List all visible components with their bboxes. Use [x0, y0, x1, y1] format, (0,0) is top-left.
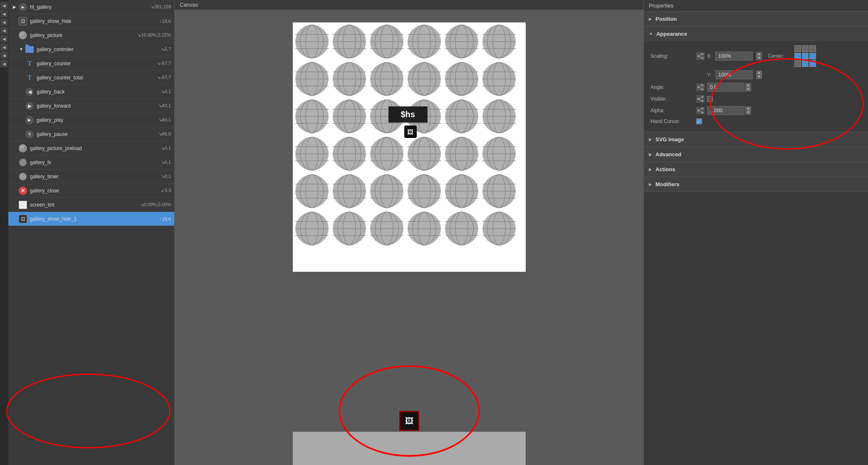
modifiers-section-header[interactable]: ▶ Modifiers [644, 177, 868, 192]
globe-cell [369, 211, 406, 248]
layer-gallery-close[interactable]: ✕ gallery_close ↙3,3 [8, 184, 174, 198]
layer-icon-timer [18, 172, 27, 181]
layer-gallery-picture-preload[interactable]: gallery_picture_preload ↘0,1 [8, 141, 174, 155]
globe-cell [369, 24, 406, 61]
layer-name: gallery_play [37, 117, 157, 123]
center-cell-5[interactable] [802, 53, 809, 59]
svg-line-230 [699, 99, 702, 101]
hand-cursor-checkbox[interactable]: ✓ [696, 118, 702, 124]
scaling-x-input[interactable] [715, 52, 753, 61]
alpha-share-icon[interactable] [696, 107, 705, 114]
section-advanced: ▶ Advanced [644, 147, 868, 162]
layer-icon-x: ✕ [18, 186, 27, 195]
scaling-y-input[interactable] [715, 70, 753, 79]
layer-gallery-counter-total[interactable]: T gallery_counter_total ↘-67,7 [8, 71, 174, 85]
center-cell-1[interactable] [794, 45, 801, 52]
properties-header: Properties [644, 0, 868, 12]
layer-name: ht_gallery [30, 4, 149, 10]
center-cell-2[interactable] [802, 45, 809, 52]
globe-cell [332, 211, 368, 248]
layer-icon-image2: 🖼 [18, 214, 27, 224]
side-icon-4[interactable]: ◀ [0, 27, 8, 34]
side-icon-6[interactable]: ◀ [0, 43, 8, 51]
layer-value: ↘0,1 [161, 89, 171, 94]
appearance-section-header[interactable]: ▼ Appearance [644, 27, 868, 41]
scaling-y-spinner[interactable]: ▲▼ [756, 71, 762, 79]
angle-share-icon[interactable] [696, 84, 705, 91]
angle-spinner[interactable]: ▲▼ [745, 83, 751, 91]
layer-gallery-forward[interactable]: ▶ gallery_forward ↘43,1 [8, 99, 174, 113]
position-section-title: Position [655, 16, 677, 22]
globe-cell [294, 174, 331, 210]
advanced-section-header[interactable]: ▶ Advanced [644, 147, 868, 162]
layer-name: gallery_pause [37, 131, 157, 137]
layer-name: gallery_show_hide [30, 18, 158, 24]
layer-name: gallery_fx [30, 160, 159, 165]
visible-share-icon[interactable] [696, 95, 705, 103]
center-cell-8[interactable] [802, 60, 809, 67]
canvas-content[interactable]: $hs 🖼 🖼 [175, 10, 643, 465]
globe-cell [444, 174, 481, 210]
globe-cell [369, 62, 406, 98]
svg-image-section-header[interactable]: ▶ SVG Image [644, 132, 868, 147]
alpha-spinner[interactable]: ▲▼ [745, 106, 751, 115]
expand-arrow[interactable]: ▼ [18, 47, 24, 52]
svg-line-229 [699, 97, 702, 98]
canvas-area: Canvas [175, 0, 643, 465]
visible-label: Visible: [650, 96, 696, 102]
side-icon-8[interactable]: ◀ [0, 60, 8, 67]
svg-line-219 [699, 54, 702, 56]
layer-gallery-controler[interactable]: ▼ gallery_controler ↘5,7 [8, 42, 174, 57]
layer-gallery-back[interactable]: ◀ gallery_back ↘0,1 [8, 85, 174, 99]
globe-cell [407, 211, 443, 248]
layer-gallery-timer[interactable]: gallery_timer ↘0,1 [8, 170, 174, 184]
side-icon-7[interactable]: ◀ [0, 52, 8, 59]
actions-section-header[interactable]: ▶ Actions [644, 162, 868, 177]
layer-screen-tint[interactable]: screen_tint ↘0.00%,0.00% [8, 198, 174, 212]
center-cell-9[interactable] [809, 60, 816, 67]
globe-cell [482, 24, 518, 61]
angle-input[interactable] [707, 83, 744, 92]
layer-value: ↑19,6 [160, 19, 171, 24]
y-scaling-xy-group: Y: ▲▼ [707, 70, 762, 79]
layer-name: gallery_counter [37, 61, 155, 66]
svg-point-227 [702, 96, 703, 98]
scaling-share-icon[interactable] [696, 52, 705, 60]
scaling-x-spinner[interactable]: ▲▼ [756, 52, 762, 60]
side-icon-3[interactable]: ◀ [0, 18, 8, 26]
globe-cell [444, 24, 481, 61]
advanced-arrow-icon: ▶ [649, 152, 652, 157]
globe-cell-hs [332, 62, 368, 98]
layer-gallery-fx[interactable]: gallery_fx ↘0,1 [8, 155, 174, 170]
svg-line-235 [699, 111, 702, 112]
layer-gallery-show-hide-1[interactable]: 🖼 gallery_show_hide_1 ↑19,6 [8, 212, 174, 226]
visible-row: Visible: [650, 95, 861, 103]
svg-point-226 [697, 98, 699, 100]
layer-name: gallery_picture_preload [30, 145, 159, 151]
alpha-input[interactable] [707, 106, 744, 115]
layer-icon-text: T [25, 59, 34, 68]
side-icon-5[interactable]: ◀ [0, 35, 8, 42]
position-section-header[interactable]: ▶ Position [644, 12, 868, 26]
side-icon-2[interactable]: ◀ [0, 10, 8, 17]
scaling-label: Scaling: [650, 53, 696, 59]
center-cell-4[interactable] [794, 53, 801, 59]
layer-gallery-counter[interactable]: T gallery_counter ↘-67,7 [8, 57, 174, 71]
layer-gallery-play[interactable]: ▶ gallery_play ↘86,1 [8, 113, 174, 127]
center-grid[interactable] [794, 45, 816, 67]
expand-arrow[interactable]: ▶ [12, 4, 17, 10]
side-icon-1[interactable]: ◀ [0, 2, 8, 9]
layer-value: ↘86,1 [158, 117, 171, 123]
hand-cursor-row: Hand Cursor: ✓ [650, 118, 861, 124]
layer-gallery-pause[interactable]: ⏸ gallery_pause ↘86,0 [8, 127, 174, 141]
center-cell-6[interactable] [809, 53, 816, 59]
layer-value: ↘-67,7 [157, 75, 171, 80]
angle-label: Angle: [650, 84, 696, 90]
visible-checkbox[interactable] [707, 96, 713, 102]
layer-name: gallery_close [30, 188, 159, 194]
layer-gallery-picture[interactable]: gallery_picture ↘10.00%,5.21% [8, 28, 174, 42]
center-cell-3[interactable] [809, 45, 816, 52]
layer-ht-gallery[interactable]: ▶ ▶ ht_gallery ↘301,159 [8, 0, 174, 14]
center-cell-7[interactable] [794, 60, 801, 67]
layer-gallery-show-hide[interactable]: 🖼 gallery_show_hide ↑19,6 [8, 14, 174, 28]
